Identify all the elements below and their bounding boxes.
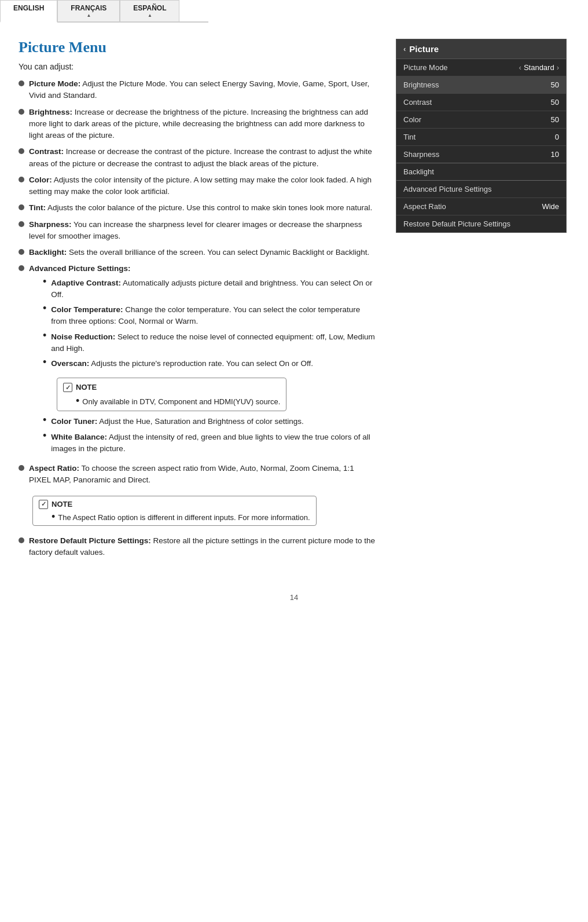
sub-dot: • bbox=[43, 357, 46, 367]
note-icon-1: ✓ bbox=[63, 383, 72, 392]
bullet-restore: Restore Default Picture Settings: Restor… bbox=[19, 535, 377, 559]
row-value-sharpness: 10 bbox=[551, 150, 559, 159]
bullet-picture-mode: Picture Mode: Adjust the Picture Mode. Y… bbox=[19, 78, 377, 102]
row-label-contrast: Contrast bbox=[403, 98, 432, 107]
row-label-advanced: Advanced Picture Settings bbox=[403, 185, 491, 193]
row-value-brightness: 50 bbox=[551, 81, 559, 89]
row-label-backlight: Backlight bbox=[403, 167, 434, 176]
note-title-2: NOTE bbox=[52, 500, 72, 508]
bullet-dot bbox=[19, 109, 24, 115]
francais-arrow: ▲ bbox=[86, 13, 91, 18]
bullet-text: Aspect Ratio: To choose the screen aspec… bbox=[29, 463, 377, 486]
panel-row-advanced[interactable]: Advanced Picture Settings bbox=[396, 181, 566, 198]
bullet-backlight: Backlight: Sets the overall brilliance o… bbox=[19, 247, 377, 258]
sub-text-white-balance: White Balance: Adjust the intensity of r… bbox=[51, 431, 377, 455]
lang-espanol-label: ESPAÑOL bbox=[133, 4, 166, 12]
label-sharpness: Sharpness: bbox=[29, 220, 72, 229]
bullet-text: Tint: Adjusts the color balance of the p… bbox=[29, 202, 372, 214]
row-label-aspect: Aspect Ratio bbox=[403, 202, 446, 211]
bullet-dot bbox=[19, 249, 24, 255]
panel-title: Picture bbox=[409, 44, 439, 54]
chevron-right-icon: › bbox=[557, 63, 559, 72]
sub-dot: • bbox=[43, 276, 46, 287]
bullet-text: Sharpness: You can increase the sharpnes… bbox=[29, 219, 377, 243]
bullet-color: Color: Adjusts the color intensity of th… bbox=[19, 174, 377, 198]
bullet-dot bbox=[19, 465, 24, 471]
note-box-2: ✓ NOTE • The Aspect Ratio option is diff… bbox=[32, 496, 317, 526]
text-brightness: Increase or decrease the brightness of t… bbox=[29, 108, 368, 140]
lang-tab-francais[interactable]: FRANÇAIS ▲ bbox=[57, 0, 120, 21]
text-tint: Adjusts the color balance of the picture… bbox=[46, 203, 372, 212]
note-content-1: • Only available in DTV, Component and H… bbox=[76, 396, 280, 408]
sub-bullet-color-temp: • Color Temperature: Change the color te… bbox=[43, 304, 377, 328]
chevron-left-icon: ‹ bbox=[519, 63, 521, 72]
sub-dot: • bbox=[43, 415, 46, 425]
note-label-1: ✓ NOTE bbox=[63, 382, 280, 393]
lang-english-label: ENGLISH bbox=[13, 4, 44, 12]
bullet-text: Advanced Picture Settings: • Adaptive Co… bbox=[29, 263, 377, 458]
bullet-advanced: Advanced Picture Settings: • Adaptive Co… bbox=[19, 263, 377, 458]
panel-row-restore[interactable]: Restore Default Picture Settings bbox=[396, 215, 566, 232]
row-label-tint: Tint bbox=[403, 133, 416, 141]
bullet-contrast: Contrast: Increase or decrease the contr… bbox=[19, 146, 377, 170]
bullet-tint: Tint: Adjusts the color balance of the p… bbox=[19, 202, 377, 214]
label-backlight: Backlight: bbox=[29, 248, 67, 257]
note-content-2: • The Aspect Ratio option is different i… bbox=[52, 511, 310, 522]
sub-dot: • bbox=[43, 330, 46, 341]
bullet-dot bbox=[19, 177, 24, 182]
sub-dot: • bbox=[76, 395, 82, 407]
label-aspect-ratio: Aspect Ratio: bbox=[29, 464, 79, 473]
bullet-dot bbox=[19, 265, 24, 271]
lang-tab-english[interactable]: ENGLISH bbox=[0, 0, 57, 23]
lang-tab-espanol[interactable]: ESPAÑOL ▲ bbox=[120, 0, 179, 21]
back-chevron-icon: ‹ bbox=[403, 45, 406, 53]
panel-row-brightness[interactable]: Brightness 50 bbox=[396, 76, 566, 94]
panel-header: ‹ Picture bbox=[396, 39, 566, 59]
row-value-tint: 0 bbox=[555, 133, 559, 141]
bullet-dot bbox=[19, 204, 24, 210]
label-contrast: Contrast: bbox=[29, 147, 64, 156]
label-tint: Tint: bbox=[29, 203, 46, 212]
note-title-1: NOTE bbox=[76, 382, 97, 393]
bullet-text: Backlight: Sets the overall brilliance o… bbox=[29, 247, 369, 258]
label-brightness: Brightness: bbox=[29, 108, 72, 116]
row-label-picture-mode: Picture Mode bbox=[403, 63, 448, 72]
sub-text-overscan: Overscan: Adjusts the picture's reproduc… bbox=[51, 358, 313, 369]
text-column: Picture Menu You can adjust: Picture Mod… bbox=[19, 39, 377, 563]
panel-row-aspect[interactable]: Aspect Ratio Wide bbox=[396, 198, 566, 215]
panel-row-sharpness[interactable]: Sharpness 10 bbox=[396, 146, 566, 163]
note-label-2: ✓ NOTE bbox=[39, 500, 310, 509]
main-content: Picture Menu You can adjust: Picture Mod… bbox=[0, 23, 588, 581]
bullet-dot bbox=[19, 537, 24, 543]
text-contrast: Increase or decrease the contrast of the… bbox=[29, 147, 372, 167]
bullet-text: Color: Adjusts the color intensity of th… bbox=[29, 174, 377, 198]
label-restore: Restore Default Picture Settings: bbox=[29, 536, 151, 545]
language-bar: ENGLISH FRANÇAIS ▲ ESPAÑOL ▲ bbox=[0, 0, 208, 23]
panel-row-picture-mode[interactable]: Picture Mode ‹ Standard › bbox=[396, 59, 566, 76]
bullet-dot bbox=[19, 221, 24, 227]
label-picture-mode: Picture Mode: bbox=[29, 79, 80, 88]
sub-bullet-noise: • Noise Reduction: Select to reduce the … bbox=[43, 331, 377, 355]
panel-row-tint[interactable]: Tint 0 bbox=[396, 129, 566, 146]
row-value-contrast: 50 bbox=[551, 98, 559, 107]
bullet-text: Restore Default Picture Settings: Restor… bbox=[29, 535, 377, 559]
row-value-aspect: Wide bbox=[542, 202, 559, 211]
row-label-restore: Restore Default Picture Settings bbox=[403, 219, 510, 228]
sub-bullet-color-tuner: • Color Tuner: Adjust the Hue, Saturatio… bbox=[43, 416, 377, 427]
sub-dot: • bbox=[43, 430, 46, 441]
page-number: 14 bbox=[0, 581, 588, 608]
text-backlight: Sets the overall brilliance of the scree… bbox=[67, 248, 369, 257]
row-label-color: Color bbox=[403, 115, 421, 124]
text-sharpness: You can increase the sharpness level for… bbox=[29, 220, 362, 240]
picture-panel: ‹ Picture Picture Mode ‹ Standard › Brig… bbox=[396, 39, 567, 233]
panel-row-color[interactable]: Color 50 bbox=[396, 111, 566, 129]
panel-row-contrast[interactable]: Contrast 50 bbox=[396, 94, 566, 111]
lang-francais-label: FRANÇAIS bbox=[71, 4, 106, 12]
sub-text-noise: Noise Reduction: Select to reduce the no… bbox=[51, 331, 377, 355]
label-color: Color: bbox=[29, 175, 52, 184]
sub-dot: • bbox=[43, 303, 46, 313]
espanol-arrow: ▲ bbox=[148, 13, 152, 18]
bullet-dot bbox=[19, 81, 24, 86]
advanced-sub-bullets: • Adaptive Contrast: Automatically adjus… bbox=[43, 277, 377, 455]
panel-row-backlight[interactable]: Backlight bbox=[396, 163, 566, 181]
